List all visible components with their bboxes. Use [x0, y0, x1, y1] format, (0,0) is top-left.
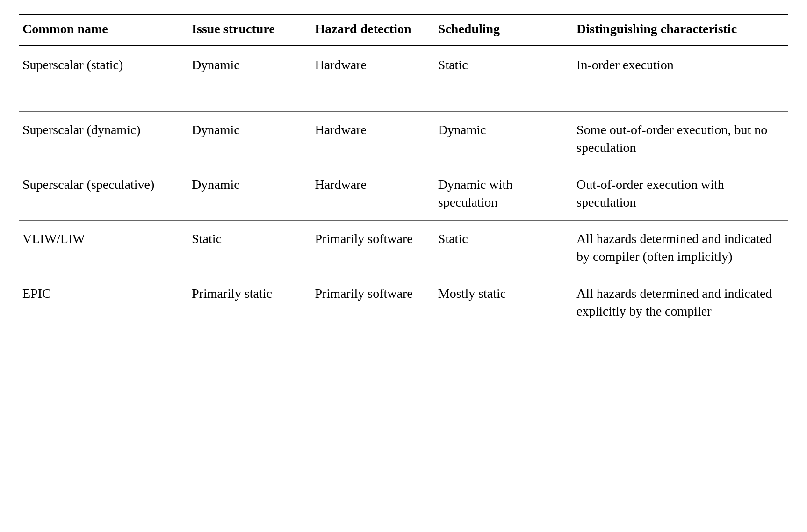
cell-scheduling-superscalar-static: Static — [434, 45, 573, 111]
cell-distinguishing-characteristic-superscalar-dynamic: Some out-of-order execution, but no spec… — [573, 112, 788, 166]
cell-common-name-superscalar-dynamic: Superscalar (dynamic) — [19, 112, 188, 166]
cell-distinguishing-characteristic-superscalar-speculative: Out-of-order execution with speculation — [573, 166, 788, 221]
table-row-vliw-liw: VLIW/LIWStaticPrimarily softwareStaticAl… — [19, 221, 788, 275]
cell-issue-structure-superscalar-static: Dynamic — [188, 45, 311, 111]
cell-scheduling-superscalar-speculative: Dynamic with speculation — [434, 166, 573, 221]
cell-issue-structure-vliw-liw: Static — [188, 221, 311, 275]
cell-issue-structure-superscalar-dynamic: Dynamic — [188, 112, 311, 166]
header-scheduling: Scheduling — [434, 14, 573, 45]
cell-common-name-vliw-liw: VLIW/LIW — [19, 221, 188, 275]
cell-scheduling-superscalar-dynamic: Dynamic — [434, 112, 573, 166]
table-row-superscalar-static: Superscalar (static)DynamicHardwareStati… — [19, 45, 788, 111]
header-common-name: Common name — [19, 14, 188, 45]
cell-hazard-detection-vliw-liw: Primarily software — [311, 221, 434, 275]
cell-issue-structure-epic: Primarily static — [188, 275, 311, 329]
cell-hazard-detection-epic: Primarily software — [311, 275, 434, 329]
cell-distinguishing-characteristic-epic: All hazards determined and indicated exp… — [573, 275, 788, 329]
header-distinguishing-characteristic: Distinguishing characteristic — [573, 14, 788, 45]
table-header-row: Common name Issue structure Hazard detec… — [19, 14, 788, 45]
cell-common-name-superscalar-static: Superscalar (static) — [19, 45, 188, 111]
cell-scheduling-vliw-liw: Static — [434, 221, 573, 275]
header-hazard-detection: Hazard detection — [311, 14, 434, 45]
table-row-epic: EPICPrimarily staticPrimarily softwareMo… — [19, 275, 788, 329]
comparison-table: Common name Issue structure Hazard detec… — [19, 14, 788, 330]
table-row-superscalar-speculative: Superscalar (speculative)DynamicHardware… — [19, 166, 788, 221]
cell-common-name-superscalar-speculative: Superscalar (speculative) — [19, 166, 188, 221]
cell-distinguishing-characteristic-superscalar-static: In-order execution — [573, 45, 788, 111]
cell-hazard-detection-superscalar-speculative: Hardware — [311, 166, 434, 221]
cell-issue-structure-superscalar-speculative: Dynamic — [188, 166, 311, 221]
cell-common-name-epic: EPIC — [19, 275, 188, 329]
cell-distinguishing-characteristic-vliw-liw: All hazards determined and indicated by … — [573, 221, 788, 275]
cell-hazard-detection-superscalar-dynamic: Hardware — [311, 112, 434, 166]
cell-hazard-detection-superscalar-static: Hardware — [311, 45, 434, 111]
header-issue-structure: Issue structure — [188, 14, 311, 45]
cell-scheduling-epic: Mostly static — [434, 275, 573, 329]
table-row-superscalar-dynamic: Superscalar (dynamic)DynamicHardwareDyna… — [19, 112, 788, 166]
